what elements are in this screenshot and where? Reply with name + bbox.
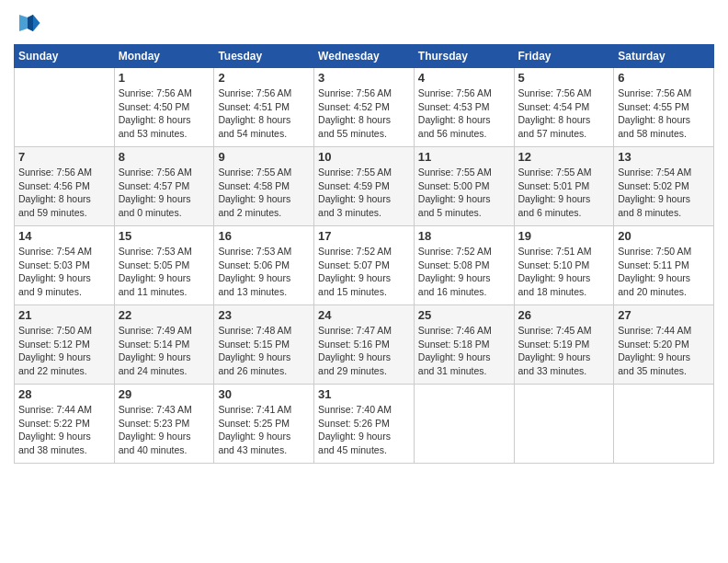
day-number: 14 (18, 229, 110, 243)
day-info: Sunrise: 7:56 AMSunset: 4:51 PMDaylight:… (218, 86, 310, 141)
calendar-cell: 22Sunrise: 7:49 AMSunset: 5:14 PMDayligh… (114, 305, 214, 385)
calendar-cell: 5Sunrise: 7:56 AMSunset: 4:54 PMDaylight… (514, 68, 614, 147)
day-info: Sunrise: 7:54 AMSunset: 5:03 PMDaylight:… (18, 245, 110, 299)
day-number: 22 (119, 308, 210, 322)
calendar-cell: 9Sunrise: 7:55 AMSunset: 4:58 PMDaylight… (214, 147, 314, 226)
calendar-cell: 26Sunrise: 7:45 AMSunset: 5:19 PMDayligh… (514, 305, 614, 385)
calendar-cell: 19Sunrise: 7:51 AMSunset: 5:10 PMDayligh… (514, 226, 614, 305)
calendar-cell (15, 68, 115, 147)
calendar-cell: 24Sunrise: 7:47 AMSunset: 5:16 PMDayligh… (314, 305, 415, 385)
day-info: Sunrise: 7:54 AMSunset: 5:02 PMDaylight:… (618, 166, 710, 220)
day-info: Sunrise: 7:40 AMSunset: 5:26 PMDaylight:… (318, 403, 410, 457)
day-info: Sunrise: 7:43 AMSunset: 5:23 PMDaylight:… (119, 403, 210, 457)
day-number: 27 (618, 308, 710, 322)
day-number: 18 (418, 229, 510, 243)
day-info: Sunrise: 7:56 AMSunset: 4:53 PMDaylight:… (418, 86, 510, 141)
weekday-header-friday: Friday (514, 45, 614, 68)
day-info: Sunrise: 7:56 AMSunset: 4:57 PMDaylight:… (119, 166, 210, 220)
day-number: 26 (518, 308, 610, 322)
day-number: 17 (318, 229, 410, 243)
weekday-header-monday: Monday (114, 45, 214, 68)
calendar-cell: 8Sunrise: 7:56 AMSunset: 4:57 PMDaylight… (114, 147, 214, 226)
calendar-cell: 14Sunrise: 7:54 AMSunset: 5:03 PMDayligh… (15, 226, 115, 305)
calendar-cell: 29Sunrise: 7:43 AMSunset: 5:23 PMDayligh… (114, 385, 214, 464)
calendar-cell: 7Sunrise: 7:56 AMSunset: 4:56 PMDaylight… (15, 147, 115, 226)
logo (14, 9, 45, 37)
day-number: 31 (318, 387, 410, 401)
day-number: 21 (18, 308, 110, 322)
day-info: Sunrise: 7:56 AMSunset: 4:56 PMDaylight:… (18, 166, 110, 220)
day-info: Sunrise: 7:49 AMSunset: 5:14 PMDaylight:… (119, 324, 210, 378)
day-info: Sunrise: 7:55 AMSunset: 4:59 PMDaylight:… (318, 166, 410, 220)
day-info: Sunrise: 7:56 AMSunset: 4:50 PMDaylight:… (119, 86, 210, 141)
day-number: 12 (518, 150, 610, 164)
calendar-table: SundayMondayTuesdayWednesdayThursdayFrid… (14, 44, 714, 464)
day-info: Sunrise: 7:53 AMSunset: 5:05 PMDaylight:… (119, 245, 210, 299)
calendar-cell (414, 385, 514, 464)
calendar-cell: 28Sunrise: 7:44 AMSunset: 5:22 PMDayligh… (15, 385, 115, 464)
day-number: 19 (518, 229, 610, 243)
day-number: 4 (418, 71, 510, 85)
day-number: 30 (218, 387, 310, 401)
day-info: Sunrise: 7:50 AMSunset: 5:12 PMDaylight:… (18, 324, 110, 378)
calendar-cell: 11Sunrise: 7:55 AMSunset: 5:00 PMDayligh… (414, 147, 514, 226)
svg-marker-2 (19, 15, 28, 31)
weekday-header-wednesday: Wednesday (314, 45, 415, 68)
day-info: Sunrise: 7:46 AMSunset: 5:18 PMDaylight:… (418, 324, 510, 378)
day-info: Sunrise: 7:47 AMSunset: 5:16 PMDaylight:… (318, 324, 410, 378)
day-info: Sunrise: 7:56 AMSunset: 4:54 PMDaylight:… (518, 86, 610, 141)
day-number: 8 (119, 150, 210, 164)
calendar-cell: 17Sunrise: 7:52 AMSunset: 5:07 PMDayligh… (314, 226, 415, 305)
day-number: 24 (318, 308, 410, 322)
day-info: Sunrise: 7:41 AMSunset: 5:25 PMDaylight:… (218, 403, 310, 457)
day-number: 16 (218, 229, 310, 243)
weekday-header-saturday: Saturday (614, 45, 714, 68)
day-info: Sunrise: 7:55 AMSunset: 5:00 PMDaylight:… (418, 166, 510, 220)
day-number: 2 (218, 71, 310, 85)
weekday-row: SundayMondayTuesdayWednesdayThursdayFrid… (15, 45, 714, 68)
day-number: 1 (119, 71, 210, 85)
day-info: Sunrise: 7:52 AMSunset: 5:07 PMDaylight:… (318, 245, 410, 299)
day-info: Sunrise: 7:44 AMSunset: 5:22 PMDaylight:… (18, 403, 110, 457)
calendar-header: SundayMondayTuesdayWednesdayThursdayFrid… (15, 45, 714, 68)
day-info: Sunrise: 7:52 AMSunset: 5:08 PMDaylight:… (418, 245, 510, 299)
calendar-week-5: 28Sunrise: 7:44 AMSunset: 5:22 PMDayligh… (15, 385, 714, 464)
day-info: Sunrise: 7:55 AMSunset: 5:01 PMDaylight:… (518, 166, 610, 220)
day-info: Sunrise: 7:50 AMSunset: 5:11 PMDaylight:… (618, 245, 710, 299)
calendar-week-4: 21Sunrise: 7:50 AMSunset: 5:12 PMDayligh… (15, 305, 714, 385)
day-info: Sunrise: 7:48 AMSunset: 5:15 PMDaylight:… (218, 324, 310, 378)
calendar-body: 1Sunrise: 7:56 AMSunset: 4:50 PMDaylight… (15, 68, 714, 464)
day-number: 9 (218, 150, 310, 164)
svg-marker-1 (28, 15, 33, 31)
day-number: 5 (518, 71, 610, 85)
calendar-week-2: 7Sunrise: 7:56 AMSunset: 4:56 PMDaylight… (15, 147, 714, 226)
day-number: 10 (318, 150, 410, 164)
day-number: 13 (618, 150, 710, 164)
day-number: 15 (119, 229, 210, 243)
calendar-cell: 30Sunrise: 7:41 AMSunset: 5:25 PMDayligh… (214, 385, 314, 464)
day-info: Sunrise: 7:56 AMSunset: 4:55 PMDaylight:… (618, 86, 710, 141)
calendar-cell: 18Sunrise: 7:52 AMSunset: 5:08 PMDayligh… (414, 226, 514, 305)
day-number: 3 (318, 71, 410, 85)
calendar-cell: 21Sunrise: 7:50 AMSunset: 5:12 PMDayligh… (15, 305, 115, 385)
calendar-cell: 10Sunrise: 7:55 AMSunset: 4:59 PMDayligh… (314, 147, 415, 226)
calendar-cell: 31Sunrise: 7:40 AMSunset: 5:26 PMDayligh… (314, 385, 415, 464)
day-info: Sunrise: 7:45 AMSunset: 5:19 PMDaylight:… (518, 324, 610, 378)
calendar-cell: 13Sunrise: 7:54 AMSunset: 5:02 PMDayligh… (614, 147, 714, 226)
calendar-cell (614, 385, 714, 464)
page-container: SundayMondayTuesdayWednesdayThursdayFrid… (0, 0, 728, 473)
calendar-week-1: 1Sunrise: 7:56 AMSunset: 4:50 PMDaylight… (15, 68, 714, 147)
day-info: Sunrise: 7:56 AMSunset: 4:52 PMDaylight:… (318, 86, 410, 141)
calendar-cell (514, 385, 614, 464)
calendar-cell: 27Sunrise: 7:44 AMSunset: 5:20 PMDayligh… (614, 305, 714, 385)
day-number: 7 (18, 150, 110, 164)
calendar-cell: 20Sunrise: 7:50 AMSunset: 5:11 PMDayligh… (614, 226, 714, 305)
weekday-header-tuesday: Tuesday (214, 45, 314, 68)
calendar-cell: 2Sunrise: 7:56 AMSunset: 4:51 PMDaylight… (214, 68, 314, 147)
weekday-header-sunday: Sunday (15, 45, 115, 68)
day-info: Sunrise: 7:53 AMSunset: 5:06 PMDaylight:… (218, 245, 310, 299)
calendar-cell: 1Sunrise: 7:56 AMSunset: 4:50 PMDaylight… (114, 68, 214, 147)
logo-icon (14, 9, 41, 37)
calendar-cell: 6Sunrise: 7:56 AMSunset: 4:55 PMDaylight… (614, 68, 714, 147)
calendar-cell: 16Sunrise: 7:53 AMSunset: 5:06 PMDayligh… (214, 226, 314, 305)
